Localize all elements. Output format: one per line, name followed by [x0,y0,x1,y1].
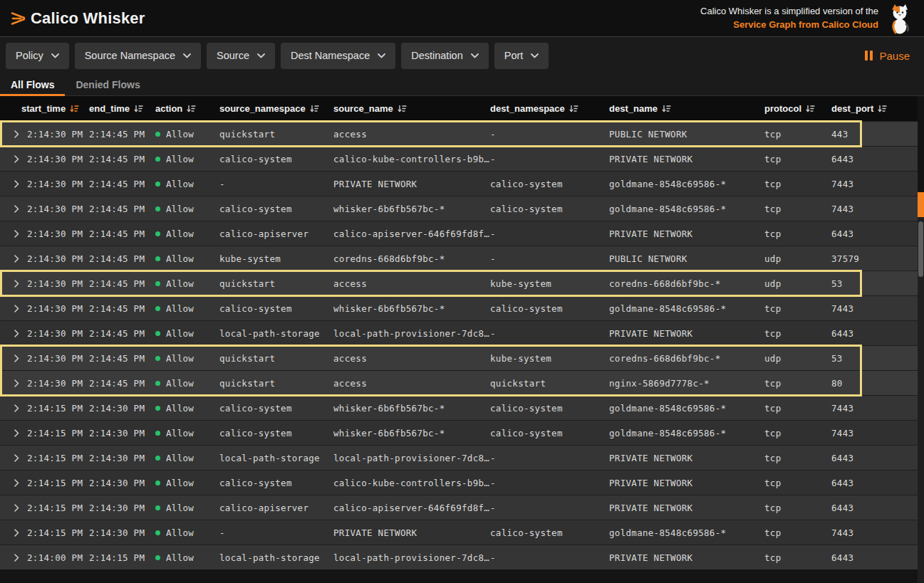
service-graph-link[interactable]: Service Graph from Calico Cloud [733,19,878,30]
table-row[interactable]: 2:14:30 PM2:14:45 PMAllowcalico-systemca… [0,146,918,171]
cell-dest_name: PRIVATE NETWORK [609,154,764,164]
row-expander[interactable] [0,379,27,387]
row-expander[interactable] [0,529,27,537]
table-row[interactable]: 2:14:30 PM2:14:45 PMAllowlocal-path-stor… [0,320,918,345]
tagline: Calico Whisker is a simplified version o… [700,5,878,32]
table-row[interactable]: 2:14:30 PM2:14:45 PMAllowkube-systemcore… [0,246,918,271]
filter-source-button[interactable]: Source [207,43,275,69]
cell-source_namespace: local-path-storage [219,552,333,563]
table-row[interactable]: 2:14:15 PM2:14:30 PMAllowcalico-systemca… [0,470,918,495]
row-expander[interactable] [0,504,27,512]
cell-dest_namespace: - [490,154,609,164]
table-row[interactable]: 2:14:30 PM2:14:45 PMAllowquickstartacces… [0,271,918,295]
table-row[interactable]: 2:14:15 PM2:14:30 PMAllowcalico-systemwh… [0,395,918,420]
filter-port-button[interactable]: Port [494,43,549,69]
cell-action: Allow [155,278,219,289]
chevron-right-icon [14,330,19,337]
cell-action: Allow [155,204,219,214]
row-expander[interactable] [0,305,27,312]
table-row[interactable]: 2:14:00 PM2:14:15 PMAllowlocal-path-stor… [0,545,918,569]
cell-dest_port: 7443 [831,303,918,314]
table-header-row: start_timeend_timeactionsource_namespace… [0,96,918,121]
table-row[interactable]: 2:14:30 PM2:14:45 PMAllowcalico-systemwh… [0,196,918,221]
row-expander[interactable] [0,404,27,412]
sort-icon[interactable] [569,105,578,113]
filter-policy-button[interactable]: Policy [6,43,69,69]
action-label: Allow [166,278,194,289]
allow-status-icon [155,555,160,560]
cell-source_namespace: quickstart [219,278,333,289]
row-expander[interactable] [0,205,27,213]
pause-button[interactable]: Pause [865,50,910,62]
row-expander[interactable] [0,479,27,487]
scrollbar-thumb[interactable] [918,221,923,277]
row-expander[interactable] [0,554,27,562]
column-label: dest_name [609,103,658,114]
row-expander[interactable] [0,330,27,337]
tab-label: All Flows [11,79,54,90]
cell-dest_port: 7443 [831,179,918,189]
cell-action: Allow [155,253,219,264]
cell-dest_port: 6443 [831,328,918,339]
row-expander[interactable] [0,130,27,138]
table-row[interactable]: 2:14:30 PM2:14:45 PMAllowcalico-systemwh… [0,295,918,320]
action-label: Allow [166,229,194,239]
cell-dest_name: PRIVATE NETWORK [609,503,764,513]
table-row[interactable]: 2:14:30 PM2:14:45 PMAllowquickstartacces… [0,345,918,370]
cell-dest_port: 53 [831,353,918,364]
sort-icon[interactable] [806,105,815,113]
row-expander[interactable] [0,230,27,238]
row-expander[interactable] [0,354,27,362]
table-row[interactable]: 2:14:30 PM2:14:45 PMAllowquickstartacces… [0,370,918,395]
column-header-end_time[interactable]: end_time [89,103,155,114]
column-header-source_namespace[interactable]: source_namespace [219,103,333,114]
table-row[interactable]: 2:14:15 PM2:14:30 PMAllowcalico-systemwh… [0,420,918,445]
cell-protocol: udp [764,253,831,264]
column-header-dest_namespace[interactable]: dest_namespace [490,103,609,114]
sort-icon[interactable] [878,105,887,113]
filter-source-namespace-button[interactable]: Source Namespace [75,43,201,69]
table-row[interactable]: 2:14:30 PM2:14:45 PMAllowcalico-apiserve… [0,221,918,246]
allow-status-icon [155,256,160,261]
table-row[interactable]: 2:14:15 PM2:14:30 PMAllow-PRIVATE NETWOR… [0,520,918,545]
cell-protocol: tcp [764,129,831,140]
cell-dest_port: 6443 [831,478,918,488]
column-header-action[interactable]: action [155,103,219,114]
sort-icon[interactable] [398,105,407,113]
row-expander[interactable] [0,255,27,263]
table-row[interactable]: 2:14:15 PM2:14:30 PMAllowcalico-apiserve… [0,495,918,520]
column-header-source_name[interactable]: source_name [333,103,490,114]
table-row[interactable]: 2:14:30 PM2:14:45 PMAllowquickstartacces… [0,121,918,146]
sort-icon[interactable] [187,105,196,113]
cell-dest_namespace: calico-system [490,527,609,538]
cell-protocol: tcp [764,527,831,538]
cell-dest_port: 6443 [831,552,918,563]
sort-icon[interactable] [134,105,143,113]
vertical-scrollbar[interactable] [918,217,924,583]
sort-icon[interactable] [662,105,671,113]
column-header-dest_name[interactable]: dest_name [609,103,764,114]
row-expander[interactable] [0,180,27,188]
row-expander[interactable] [0,155,27,163]
cell-protocol: tcp [764,179,831,189]
filter-dest-namespace-button[interactable]: Dest Namespace [281,43,395,69]
cell-protocol: tcp [764,303,831,314]
cell-dest_name: PRIVATE NETWORK [609,453,764,463]
row-expander[interactable] [0,454,27,462]
cell-start_time: 2:14:15 PM [27,478,89,488]
calico-whisker-app: Calico Whisker Calico Whisker is a simpl… [0,0,924,583]
cell-action: Allow [155,154,219,164]
sort-icon[interactable] [310,105,319,113]
column-header-dest_port[interactable]: dest_port [831,103,918,114]
tab-denied-flows[interactable]: Denied Flows [65,74,150,95]
row-expander[interactable] [0,280,27,288]
table-row[interactable]: 2:14:15 PM2:14:30 PMAllowlocal-path-stor… [0,445,918,470]
cell-source_name: calico-apiserver-646f69fd8f… [333,229,490,239]
sort-icon[interactable] [70,105,79,113]
row-expander[interactable] [0,429,27,437]
column-header-protocol[interactable]: protocol [764,103,831,114]
tab-all-flows[interactable]: All Flows [0,74,65,95]
column-header-start_time[interactable]: start_time [21,103,89,114]
table-row[interactable]: 2:14:30 PM2:14:45 PMAllow-PRIVATE NETWOR… [0,171,918,196]
filter-destination-button[interactable]: Destination [401,43,489,69]
